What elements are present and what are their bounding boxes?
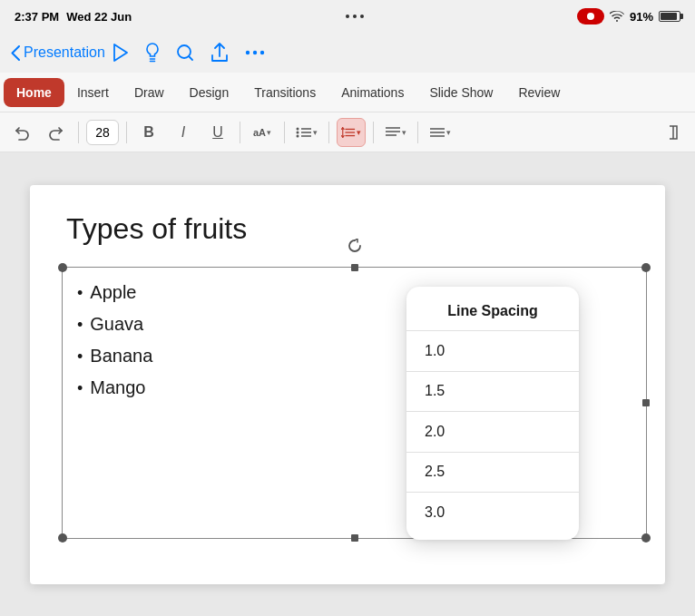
toolbar-divider-6 [373, 122, 374, 143]
toolbar-scroll-right[interactable] [659, 118, 688, 147]
underline-button[interactable]: U [203, 118, 232, 147]
wifi-icon [610, 11, 624, 22]
battery-percent: 91% [630, 10, 653, 24]
toolbar-divider-3 [240, 122, 240, 143]
status-bar: 2:37 PM Wed 22 Jun 91% [0, 0, 695, 33]
font-size-aa-button[interactable]: aA ▾ [248, 118, 277, 147]
record-icon [577, 8, 604, 24]
toolbar-divider-7 [417, 122, 418, 143]
spacing-option-15[interactable]: 1.5 [406, 371, 579, 411]
bullet-list-button[interactable]: ▾ [292, 118, 321, 147]
tab-draw[interactable]: Draw [122, 78, 177, 107]
tab-insert[interactable]: Insert [64, 78, 122, 107]
search-icon[interactable] [176, 44, 194, 62]
spacing-option-10[interactable]: 1.0 [406, 331, 579, 371]
svg-point-4 [297, 127, 299, 130]
handle-tr[interactable] [641, 263, 651, 272]
spacing-option-25[interactable]: 2.5 [406, 452, 579, 492]
status-center [346, 15, 364, 18]
line-spacing-dropdown: Line Spacing 1.0 1.5 2.0 2.5 3.0 [406, 287, 579, 540]
svg-point-5 [297, 131, 299, 133]
font-size-field[interactable]: 28 [86, 120, 119, 145]
svg-point-1 [246, 51, 250, 54]
line-spacing-button[interactable]: ▾ [337, 118, 366, 147]
status-right: 91% [577, 8, 680, 24]
redo-button[interactable] [42, 118, 71, 147]
rotate-handle[interactable] [348, 239, 362, 257]
tab-review[interactable]: Review [505, 78, 573, 107]
toolbar-divider-5 [328, 122, 329, 143]
align-button[interactable]: ▾ [381, 118, 410, 147]
handle-bm[interactable] [351, 534, 358, 542]
back-label: Presentation [24, 44, 105, 61]
tab-home[interactable]: Home [4, 78, 64, 107]
spacing-option-30[interactable]: 3.0 [406, 493, 579, 533]
share-icon[interactable] [210, 43, 229, 63]
back-button[interactable]: Presentation [11, 44, 105, 61]
svg-point-2 [253, 51, 257, 54]
tab-transitions[interactable]: Transitions [241, 78, 328, 107]
handle-mr[interactable] [642, 399, 650, 406]
svg-point-3 [260, 51, 264, 54]
toolbar-divider-1 [78, 122, 79, 143]
tab-animations[interactable]: Animations [328, 78, 416, 107]
content-area: Types of fruits Apple Guava [0, 152, 695, 616]
handle-tl[interactable] [58, 263, 67, 272]
toolbar-divider-2 [126, 122, 127, 143]
handle-bl[interactable] [58, 533, 67, 543]
nav-icons [113, 43, 265, 63]
toolbar: 28 B I U aA ▾ ▾ ▾ [0, 112, 695, 152]
bold-button[interactable]: B [134, 118, 163, 147]
tab-bar: Home Insert Draw Design Transitions Anim… [0, 73, 695, 112]
more-icon[interactable] [245, 50, 265, 55]
font-size-value: 28 [95, 125, 110, 140]
lightbulb-icon[interactable] [145, 43, 160, 63]
spacing-option-20[interactable]: 2.0 [406, 412, 579, 452]
handle-tm[interactable] [351, 264, 358, 271]
handle-br[interactable] [641, 533, 651, 543]
more-formatting-button[interactable]: ▾ [426, 118, 455, 147]
italic-button[interactable]: I [169, 118, 198, 147]
play-icon[interactable] [113, 44, 129, 62]
toolbar-divider-4 [284, 122, 285, 143]
tab-slideshow[interactable]: Slide Show [416, 78, 505, 107]
status-time: 2:37 PM [15, 10, 59, 24]
undo-button[interactable] [7, 118, 36, 147]
tab-design[interactable]: Design [177, 78, 242, 107]
dropdown-title: Line Spacing [406, 294, 579, 330]
battery-icon [659, 11, 680, 22]
svg-point-6 [297, 134, 299, 137]
status-date: Wed 22 Jun [66, 10, 132, 24]
nav-bar: Presentation [0, 33, 695, 73]
